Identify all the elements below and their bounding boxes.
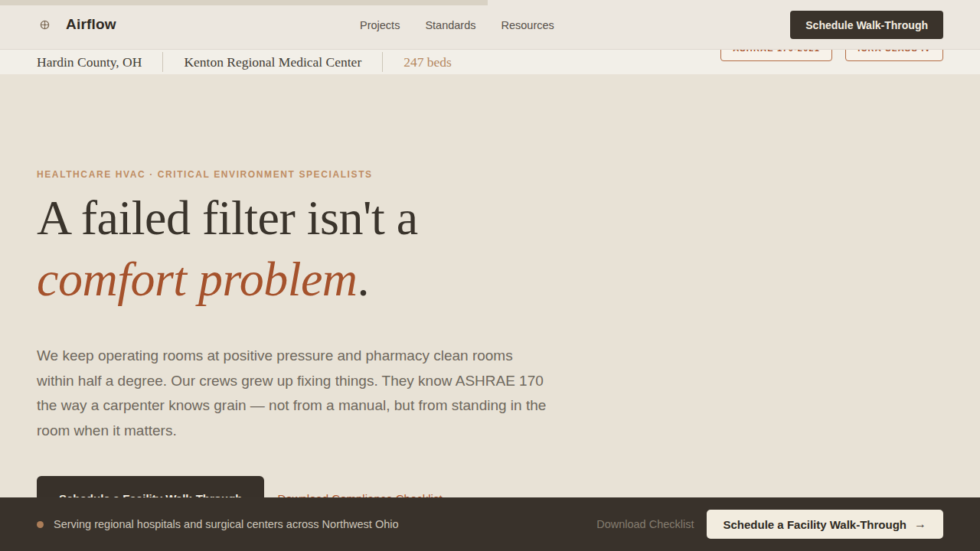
headline-period: . xyxy=(358,252,370,306)
bottom-cta-label: Schedule a Facility Walk-Through xyxy=(724,518,906,531)
hero-headline: A failed filter isn't a comfort problem. xyxy=(37,187,418,310)
hero-section: HEALTHCARE HVAC · CRITICAL ENVIRONMENT S… xyxy=(0,74,980,551)
headline-line1: A failed filter isn't a xyxy=(37,191,418,245)
bottom-sticky-bar: Serving regional hospitals and surgical … xyxy=(0,497,980,551)
hero-paragraph: We keep operating rooms at positive pres… xyxy=(37,344,548,443)
scroll-progress-fill xyxy=(0,0,488,5)
divider xyxy=(382,52,383,72)
status-dot-icon xyxy=(37,521,44,528)
schedule-walkthrough-nav-button[interactable]: Schedule Walk-Through xyxy=(790,11,943,39)
headline-line2-accent: comfort problem xyxy=(37,252,358,306)
facility-bed-count: 247 beds xyxy=(403,54,452,70)
brand-logo[interactable]: Airflow xyxy=(37,16,116,33)
scroll-progress-track xyxy=(0,0,980,5)
facility-ticker-strip: Hardin County, OH Kenton Regional Medica… xyxy=(0,50,980,74)
facility-info-row: Hardin County, OH Kenton Regional Medica… xyxy=(37,50,452,74)
service-area-text: Serving regional hospitals and surgical … xyxy=(54,518,399,530)
badge-ashrae-170[interactable]: ASHRAE 170-2021 xyxy=(720,50,832,61)
facility-name: Kenton Regional Medical Center xyxy=(184,54,361,70)
schedule-facility-walkthrough-bottom-button[interactable]: Schedule a Facility Walk-Through → xyxy=(707,510,943,539)
facility-location: Hardin County, OH xyxy=(37,54,142,70)
divider xyxy=(162,52,163,72)
nav-link-resources[interactable]: Resources xyxy=(501,19,554,31)
brand-name: Airflow xyxy=(66,16,116,33)
arrow-right-icon: → xyxy=(914,517,926,531)
nav-link-standards[interactable]: Standards xyxy=(425,19,475,31)
hero-eyebrow: HEALTHCARE HVAC · CRITICAL ENVIRONMENT S… xyxy=(37,169,373,180)
bottom-bar-actions: Download Checklist Schedule a Facility W… xyxy=(596,510,943,539)
airflow-vent-icon xyxy=(37,17,53,33)
badge-icra-class[interactable]: ICRA CLASS IV xyxy=(845,50,943,61)
compliance-badge-row: ASHRAE 170-2021 ICRA CLASS IV xyxy=(720,50,943,61)
nav-link-projects[interactable]: Projects xyxy=(360,19,400,31)
nav-links: Projects Standards Resources xyxy=(360,0,554,50)
top-navbar: Airflow Projects Standards Resources Sch… xyxy=(0,0,980,50)
download-checklist-link[interactable]: Download Checklist xyxy=(596,518,694,530)
